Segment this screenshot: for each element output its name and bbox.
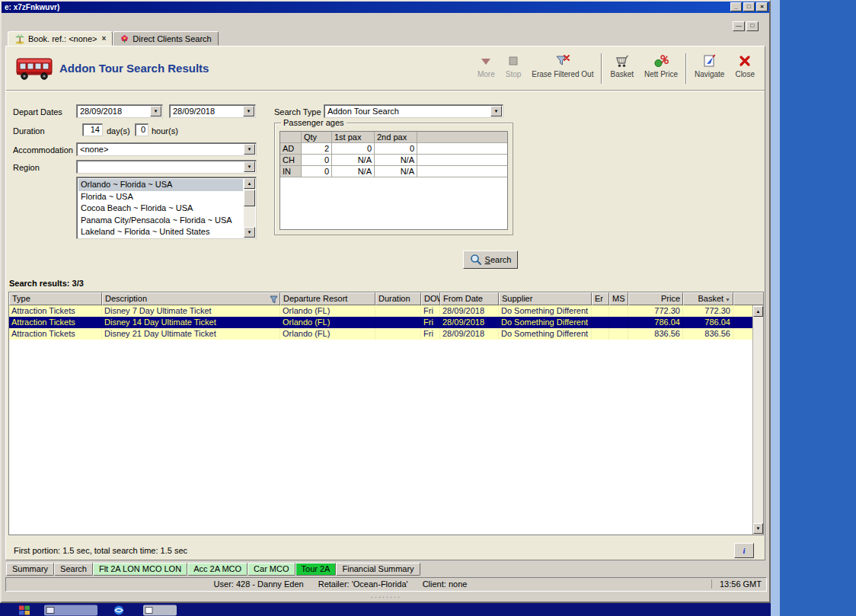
flower-icon xyxy=(120,34,129,43)
basket-button[interactable]: Basket xyxy=(605,51,639,81)
tab-direct-clients-search[interactable]: Direct Clients Search xyxy=(113,31,218,46)
results-summary: Search results: 3/3 xyxy=(9,279,84,288)
duration-hours-input[interactable]: 0 xyxy=(135,123,149,136)
list-item[interactable]: Panama City/Pensacola ~ Florida ~ USA xyxy=(78,215,243,227)
cell-ms xyxy=(609,328,628,340)
taskbar-app-button[interactable] xyxy=(44,605,97,616)
column-header-from-date[interactable]: From Date xyxy=(440,292,499,305)
navigate-button[interactable]: Navigate xyxy=(689,51,730,81)
column-header-basket[interactable]: Basket▼ xyxy=(683,292,733,305)
more-button[interactable]: More xyxy=(472,51,500,81)
column-header-description[interactable]: Description xyxy=(102,292,280,305)
titlebar[interactable]: e: x7zFnkwuvr) _ □ × xyxy=(2,2,769,13)
scroll-up-icon[interactable]: ▲ xyxy=(753,306,763,317)
document-restore-button[interactable]: □ xyxy=(746,21,759,31)
pax-age1-cell[interactable]: N/A xyxy=(332,155,375,166)
cell-er xyxy=(592,328,609,340)
header-band: Addon Tour Search Results More Stop xyxy=(6,46,765,91)
table-row: IN 0 N/A N/A xyxy=(280,166,507,177)
minimize-button[interactable]: _ xyxy=(730,2,742,11)
tab-flight[interactable]: Flt 2A LON MCO LON xyxy=(93,563,187,576)
close-button[interactable]: Close xyxy=(730,51,760,81)
search-type-value: Addon Tour Search xyxy=(327,107,399,116)
tab-close-icon[interactable]: × xyxy=(102,34,107,43)
column-header-dow[interactable]: DOW xyxy=(421,292,440,305)
erase-filtered-out-button[interactable]: Erase Filtered Out xyxy=(526,51,599,81)
column-header-duration[interactable]: Duration xyxy=(375,292,421,305)
duration-label: Duration xyxy=(13,126,45,136)
hours-suffix-label: hour(s) xyxy=(152,126,178,136)
tab-booking-ref[interactable]: Book. ref.: <none> × xyxy=(8,31,113,46)
cell-supplier: Do Something Different xyxy=(499,317,592,328)
region-listbox[interactable]: Orlando ~ Florida ~ USA Florida ~ USA Co… xyxy=(76,177,257,239)
column-header-departure-resort[interactable]: Departure Resort xyxy=(280,292,375,305)
browser-icon[interactable] xyxy=(113,605,125,616)
pax-header-2nd-pax: 2nd pax xyxy=(375,132,417,143)
info-button[interactable]: i xyxy=(734,543,754,558)
tab-tour-active[interactable]: Tour 2A xyxy=(295,563,337,576)
results-scrollbar[interactable]: ▲ ▼ xyxy=(752,305,763,535)
depart-date-from-select[interactable]: 28/09/2018 ▼ xyxy=(76,104,163,118)
pax-header-blank xyxy=(280,132,302,143)
search-button-label: Search xyxy=(485,255,512,264)
tab-financial-summary[interactable]: Financial Summary xyxy=(336,563,420,576)
scroll-down-icon[interactable]: ▼ xyxy=(244,227,255,238)
pax-qty-cell[interactable]: 0 xyxy=(302,166,332,177)
pax-qty-cell[interactable]: 0 xyxy=(302,155,332,166)
list-item[interactable]: Orlando ~ Florida ~ USA xyxy=(78,179,243,191)
stop-icon xyxy=(506,53,521,69)
chevron-down-icon[interactable]: ▼ xyxy=(150,106,161,116)
scrollbar-thumb[interactable] xyxy=(244,190,255,206)
column-header-ms[interactable]: MS xyxy=(609,292,628,305)
column-header-supplier[interactable]: Supplier xyxy=(499,292,592,305)
scroll-up-icon[interactable]: ▲ xyxy=(244,178,255,189)
search-type-label: Search Type xyxy=(274,107,321,116)
list-item[interactable]: Florida ~ USA xyxy=(78,191,243,203)
list-item[interactable]: Lakeland ~ Florida ~ United States xyxy=(78,226,243,238)
chevron-down-icon[interactable]: ▼ xyxy=(490,106,502,116)
duration-days-input[interactable]: 14 xyxy=(82,123,103,136)
pax-age2-cell[interactable]: 0 xyxy=(375,143,417,155)
pax-age2-cell[interactable]: N/A xyxy=(375,166,417,177)
search-type-select[interactable]: Addon Tour Search ▼ xyxy=(324,104,503,118)
scroll-down-icon[interactable]: ▼ xyxy=(753,523,763,534)
region-list-scrollbar[interactable]: ▲ ▼ xyxy=(244,178,255,238)
tab-search[interactable]: Search xyxy=(54,563,93,576)
search-button[interactable]: Search xyxy=(463,251,518,269)
cell-basket: 772.30 xyxy=(683,305,733,317)
statusbar-client: Client: none xyxy=(423,579,468,589)
depart-date-to-select[interactable]: 28/09/2018 ▼ xyxy=(169,104,256,118)
tab-accommodation[interactable]: Acc 2A MCO xyxy=(187,563,248,576)
palm-tree-icon xyxy=(14,34,25,44)
pax-row-label: CH xyxy=(280,155,302,166)
pax-age1-cell[interactable]: 0 xyxy=(332,143,375,155)
list-item[interactable]: Cocoa Beach ~ Florida ~ USA xyxy=(78,203,243,215)
maximize-button[interactable]: □ xyxy=(743,2,755,11)
column-header-er[interactable]: Er xyxy=(592,292,609,305)
accommodation-select[interactable]: <none> ▼ xyxy=(76,142,257,156)
pax-age1-cell[interactable]: N/A xyxy=(332,166,375,177)
region-select[interactable]: ▼ xyxy=(76,160,257,174)
document-minimize-button[interactable]: — xyxy=(733,21,745,31)
chevron-down-icon[interactable]: ▼ xyxy=(243,106,254,116)
pax-qty-cell[interactable]: 2 xyxy=(302,143,332,155)
tab-summary[interactable]: Summary xyxy=(6,563,54,576)
table-row[interactable]: Attraction Tickets Disney 21 Day Ultimat… xyxy=(9,328,763,340)
days-suffix-label: day(s) xyxy=(107,126,130,136)
table-row[interactable]: Attraction Tickets Disney 7 Day Ultimate… xyxy=(9,305,763,317)
stop-button[interactable]: Stop xyxy=(500,51,527,81)
start-icon[interactable] xyxy=(18,605,30,616)
table-row-selected[interactable]: Attraction Tickets Disney 14 Day Ultimat… xyxy=(9,317,763,328)
filter-icon[interactable] xyxy=(270,295,278,304)
column-header-type[interactable]: Type xyxy=(9,292,102,305)
tab-label: Book. ref.: <none> xyxy=(28,34,97,43)
nett-price-button[interactable]: Nett Price xyxy=(639,51,683,81)
pax-age2-cell[interactable]: N/A xyxy=(375,155,417,166)
close-window-button[interactable]: × xyxy=(756,2,768,11)
chevron-down-icon[interactable]: ▼ xyxy=(244,161,255,172)
search-timing-row: First portion: 1.5 sec, total search tim… xyxy=(6,538,765,561)
taskbar-app-button[interactable] xyxy=(143,605,177,616)
chevron-down-icon[interactable]: ▼ xyxy=(244,144,255,155)
column-header-price[interactable]: Price xyxy=(628,292,683,305)
tab-car[interactable]: Car MCO xyxy=(248,563,295,576)
